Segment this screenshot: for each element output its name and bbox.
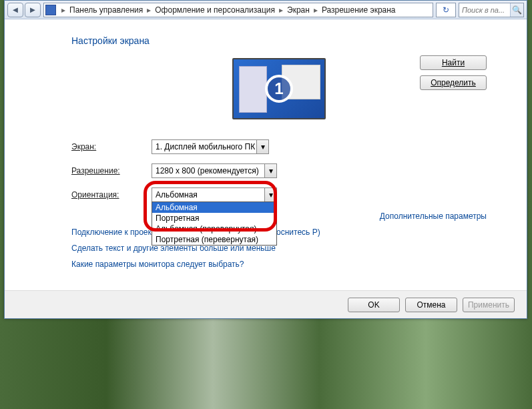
page-title: Настройки экрана xyxy=(71,35,487,46)
preview-side-buttons: Найти Определить xyxy=(420,55,487,90)
orientation-value: Альбомная xyxy=(152,190,264,199)
display-row: Экран: 1. Дисплей мобильного ПК ▾ xyxy=(71,139,487,154)
display-combo[interactable]: 1. Дисплей мобильного ПК ▾ xyxy=(152,139,269,154)
advanced-link[interactable]: Дополнительные параметры xyxy=(380,212,487,221)
orientation-combo[interactable]: Альбомная ▾ xyxy=(152,187,277,202)
orientation-dropdown: АльбомнаяПортретнаяАльбомная (перевернут… xyxy=(152,201,277,246)
dialog-footer: OK Отмена Применить xyxy=(5,290,527,318)
chevron-down-icon: ▾ xyxy=(256,140,268,153)
apply-button[interactable]: Применить xyxy=(463,298,515,312)
breadcrumb-item[interactable]: Экран xyxy=(286,5,311,15)
forward-button[interactable]: ► xyxy=(25,3,41,17)
orientation-option[interactable]: Альбомная xyxy=(152,202,276,213)
resolution-value: 1280 x 800 (рекомендуется) xyxy=(152,166,264,175)
chevron-right-icon: ▸ xyxy=(144,5,154,15)
refresh-icon: ↻ xyxy=(443,5,449,15)
monitor-preview[interactable]: 1 xyxy=(232,58,326,119)
chevron-right-icon: ▸ xyxy=(311,5,320,15)
window: ◄ ► ▸ Панель управления ▸ Оформление и п… xyxy=(4,0,527,319)
resolution-combo[interactable]: 1280 x 800 (рекомендуется) ▾ xyxy=(152,163,277,178)
chevron-down-icon: ▾ xyxy=(264,164,276,177)
content-area: Настройки экрана 1 Найти Определить Экра… xyxy=(5,19,527,318)
resolution-row: Разрешение: 1280 x 800 (рекомендуется) ▾ xyxy=(71,163,487,178)
breadcrumb-item[interactable]: Оформление и персонализация xyxy=(154,5,276,15)
bottom-links: Подключение к проектору (или нажмите кла… xyxy=(71,228,487,269)
arrow-right-icon: ► xyxy=(29,5,37,15)
back-button[interactable]: ◄ xyxy=(7,3,23,17)
orientation-option[interactable]: Портретная (перевернутая) xyxy=(152,234,276,245)
advanced-link-row: Дополнительные параметры xyxy=(71,212,487,221)
refresh-button[interactable]: ↻ xyxy=(436,3,456,17)
breadcrumb-item[interactable]: Разрешение экрана xyxy=(320,5,397,15)
search-input[interactable] xyxy=(459,6,510,14)
display-label: Экран: xyxy=(71,142,152,151)
orientation-row: Ориентация: Альбомная ▾ АльбомнаяПортрет… xyxy=(71,187,487,202)
orientation-option[interactable]: Альбомная (перевернутая) xyxy=(152,224,276,234)
ok-button[interactable]: OK xyxy=(348,298,400,312)
identify-button[interactable]: Определить xyxy=(420,75,487,90)
orientation-wrap: Альбомная ▾ АльбомнаяПортретнаяАльбомная… xyxy=(152,187,277,202)
orientation-option[interactable]: Портретная xyxy=(152,213,276,224)
display-preview-row: 1 Найти Определить xyxy=(71,58,487,119)
search-icon: 🔍 xyxy=(512,5,522,15)
search-button[interactable]: 🔍 xyxy=(510,3,523,17)
which-monitor-link[interactable]: Какие параметры монитора следует выбрать… xyxy=(71,260,244,269)
control-panel-icon xyxy=(45,5,56,15)
cancel-button[interactable]: Отмена xyxy=(405,298,457,312)
breadcrumb[interactable]: ▸ Панель управления ▸ Оформление и персо… xyxy=(43,3,433,17)
find-button[interactable]: Найти xyxy=(420,55,487,70)
chevron-down-icon: ▾ xyxy=(264,188,276,201)
monitor-number-badge: 1 xyxy=(265,75,293,103)
display-value: 1. Дисплей мобильного ПК xyxy=(152,142,256,151)
orientation-label: Ориентация: xyxy=(71,190,152,199)
breadcrumb-item[interactable]: Панель управления xyxy=(68,5,144,15)
address-bar: ◄ ► ▸ Панель управления ▸ Оформление и п… xyxy=(5,1,527,19)
chevron-right-icon: ▸ xyxy=(276,5,286,15)
resolution-label: Разрешение: xyxy=(71,166,152,175)
arrow-left-icon: ◄ xyxy=(11,5,20,15)
chevron-right-icon: ▸ xyxy=(59,5,68,15)
search-box: 🔍 xyxy=(459,3,524,17)
